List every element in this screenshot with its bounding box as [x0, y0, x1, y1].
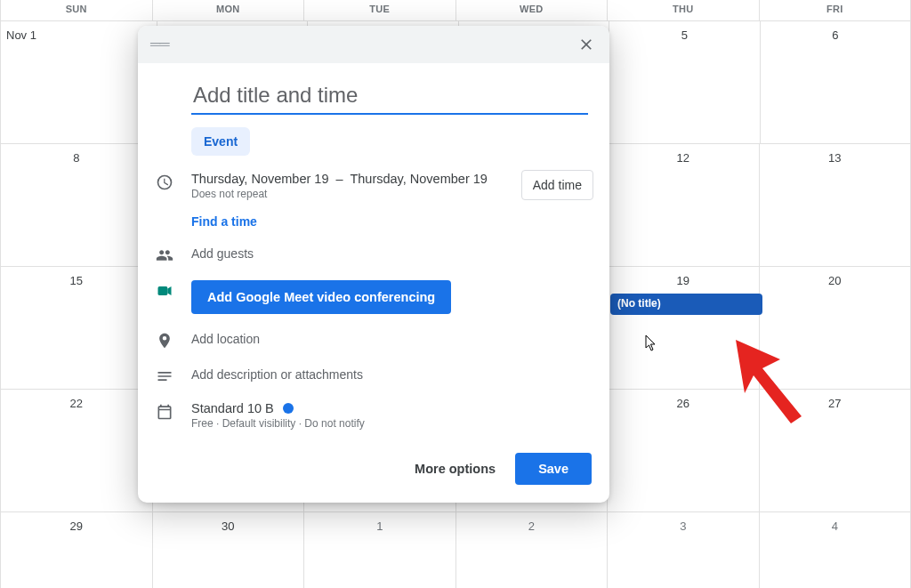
calendar-cell[interactable]: 13: [760, 144, 912, 266]
calendar-day-header-row: SUN MON TUE WED THU FRI: [0, 0, 911, 21]
calendar-cell[interactable]: 6: [761, 21, 912, 143]
day-number: 12: [677, 151, 689, 165]
calendar-cell[interactable]: 3: [608, 512, 760, 588]
calendar-cell[interactable]: 20: [760, 267, 912, 389]
close-icon: [577, 36, 595, 53]
day-number: 13: [828, 151, 841, 165]
location-icon: [154, 330, 175, 350]
repeat-text[interactable]: Does not repeat: [191, 188, 505, 200]
day-number: 20: [828, 274, 841, 287]
calendar-cell[interactable]: 26: [608, 390, 760, 511]
day-number: 1: [376, 520, 383, 533]
day-header: SUN: [0, 0, 153, 20]
calendar-cell[interactable]: 30: [153, 512, 305, 588]
event-title-input[interactable]: [191, 79, 588, 115]
day-number: 29: [70, 520, 83, 533]
clock-icon: [154, 172, 175, 191]
calendar-color-dot: [283, 403, 294, 414]
add-google-meet-button[interactable]: Add Google Meet video conferencing: [191, 280, 451, 314]
calendar-cell[interactable]: 19 (No title): [608, 267, 760, 389]
calendar-cell[interactable]: 5: [609, 21, 761, 143]
calendar-cell[interactable]: 27: [760, 390, 912, 511]
popover-header: ══: [138, 26, 609, 63]
day-header: WED: [456, 0, 609, 20]
calendar-cell[interactable]: 8: [0, 144, 153, 266]
calendar-icon: [154, 401, 175, 421]
calendar-name[interactable]: Standard 10 B: [191, 401, 274, 415]
day-number: 30: [222, 520, 234, 533]
day-number: 8: [73, 151, 79, 165]
day-header: THU: [608, 0, 760, 20]
mouse-cursor-icon: [645, 334, 657, 352]
day-number: 26: [677, 397, 689, 410]
day-number: Nov 1: [6, 28, 36, 42]
day-header: MON: [153, 0, 305, 20]
add-description-field[interactable]: Add description or attachments: [191, 366, 593, 382]
calendar-cell[interactable]: 2: [456, 512, 609, 588]
calendar-cell[interactable]: 22: [0, 390, 153, 511]
add-guests-field[interactable]: Add guests: [191, 245, 593, 261]
google-meet-icon: [154, 280, 175, 300]
day-number: 3: [680, 520, 686, 533]
day-number: 4: [832, 520, 838, 533]
add-time-button[interactable]: Add time: [521, 170, 593, 200]
calendar-cell[interactable]: 1: [304, 512, 456, 588]
save-button[interactable]: Save: [515, 453, 592, 485]
day-header: FRI: [760, 0, 912, 20]
date-separator: –: [336, 172, 343, 186]
day-number: 6: [832, 28, 838, 42]
more-options-button[interactable]: More options: [415, 462, 496, 476]
event-end-date[interactable]: Thursday, November 19: [350, 172, 487, 186]
svg-rect-0: [158, 286, 168, 295]
drag-handle-icon[interactable]: ══: [150, 36, 169, 52]
calendar-cell[interactable]: 4: [760, 512, 912, 588]
day-number: 27: [828, 397, 841, 410]
svg-marker-1: [167, 286, 171, 295]
day-number: 22: [70, 397, 83, 410]
description-icon: [154, 366, 175, 385]
people-icon: [154, 245, 175, 264]
find-a-time-link[interactable]: Find a time: [191, 214, 505, 229]
day-number: 5: [681, 28, 688, 42]
quick-create-popover: ══ Event Thursday, November 19 – Thursda…: [138, 26, 609, 503]
event-type-chip[interactable]: Event: [191, 127, 250, 156]
close-button[interactable]: [570, 28, 602, 60]
add-location-field[interactable]: Add location: [191, 330, 593, 346]
day-number: 2: [528, 520, 535, 533]
calendar-week-row: 29 30 1 2 3 4: [0, 512, 911, 588]
day-number: 19: [677, 274, 689, 287]
event-chip[interactable]: (No title): [610, 294, 762, 315]
calendar-cell[interactable]: 12: [608, 144, 760, 266]
event-start-date[interactable]: Thursday, November 19: [191, 172, 328, 186]
calendar-cell[interactable]: 15: [0, 267, 153, 389]
visibility-line[interactable]: Free · Default visibility · Do not notif…: [191, 417, 593, 430]
calendar-cell[interactable]: Nov 1: [0, 21, 157, 143]
day-number: 15: [70, 274, 83, 287]
calendar-cell[interactable]: 29: [0, 512, 153, 588]
day-header: TUE: [304, 0, 456, 20]
